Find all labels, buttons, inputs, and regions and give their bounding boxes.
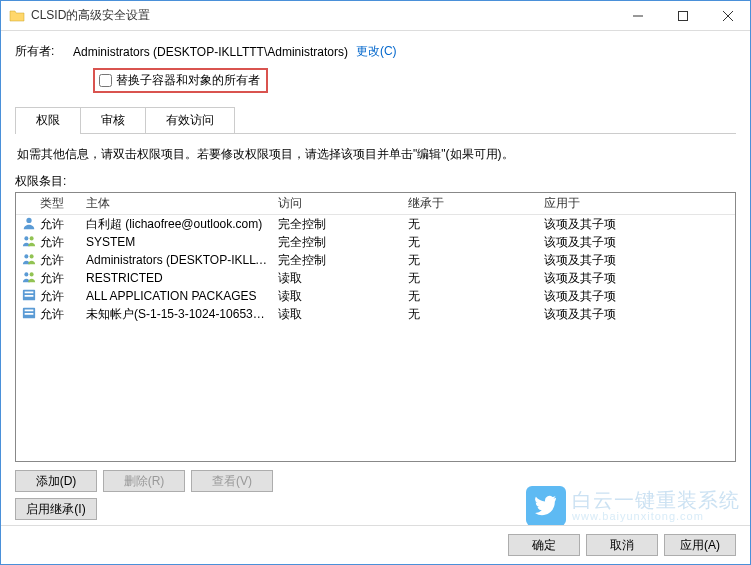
ok-button[interactable]: 确定: [508, 534, 580, 556]
principal-icon: [16, 306, 36, 323]
owner-value: Administrators (DESKTOP-IKLLTTT\Administ…: [73, 45, 348, 59]
cell-principal: 白利超 (lichaofree@outlook.com): [82, 216, 274, 233]
svg-point-4: [24, 254, 28, 258]
tab-effective-access[interactable]: 有效访问: [145, 107, 235, 133]
entry-buttons: 添加(D) 删除(R) 查看(V): [15, 470, 736, 492]
table-row[interactable]: 允许SYSTEM完全控制无该项及其子项: [16, 233, 735, 251]
principal-icon: [16, 252, 36, 269]
col-principal-header[interactable]: 主体: [82, 195, 274, 212]
titlebar: CLSID的高级安全设置: [1, 1, 750, 31]
table-row[interactable]: 允许RESTRICTED读取无该项及其子项: [16, 269, 735, 287]
info-text: 如需其他信息，请双击权限项目。若要修改权限项目，请选择该项目并单击"编辑"(如果…: [17, 146, 734, 163]
col-type-header[interactable]: 类型: [36, 195, 82, 212]
tab-strip: 权限 审核 有效访问: [15, 107, 736, 134]
cell-applies: 该项及其子项: [540, 216, 735, 233]
remove-button[interactable]: 删除(R): [103, 470, 185, 492]
cell-applies: 该项及其子项: [540, 270, 735, 287]
cell-inherit: 无: [404, 252, 540, 269]
owner-row: 所有者: Administrators (DESKTOP-IKLLTTT\Adm…: [15, 43, 736, 60]
cell-inherit: 无: [404, 216, 540, 233]
dialog-footer: 确定 取消 应用(A): [1, 525, 750, 564]
cell-type: 允许: [36, 288, 82, 305]
cancel-button[interactable]: 取消: [586, 534, 658, 556]
owner-label: 所有者:: [15, 43, 73, 60]
apply-button[interactable]: 应用(A): [664, 534, 736, 556]
cell-applies: 该项及其子项: [540, 252, 735, 269]
view-button[interactable]: 查看(V): [191, 470, 273, 492]
svg-rect-10: [25, 295, 34, 297]
permissions-section-label: 权限条目:: [15, 173, 736, 190]
svg-rect-12: [25, 309, 34, 311]
table-row[interactable]: 允许ALL APPLICATION PACKAGES读取无该项及其子项: [16, 287, 735, 305]
cell-type: 允许: [36, 306, 82, 323]
svg-point-6: [24, 272, 28, 276]
svg-point-1: [26, 217, 31, 222]
cell-applies: 该项及其子项: [540, 306, 735, 323]
svg-rect-9: [25, 291, 34, 293]
cell-type: 允许: [36, 252, 82, 269]
cell-access: 完全控制: [274, 252, 404, 269]
permissions-list[interactable]: 类型 主体 访问 继承于 应用于 允许白利超 (lichaofree@outlo…: [15, 192, 736, 462]
change-owner-link[interactable]: 更改(C): [356, 43, 397, 60]
svg-rect-0: [678, 11, 687, 20]
cell-principal: SYSTEM: [82, 235, 274, 249]
replace-owner-label: 替换子容器和对象的所有者: [116, 72, 260, 89]
minimize-button[interactable]: [615, 1, 660, 30]
permissions-header: 类型 主体 访问 继承于 应用于: [16, 193, 735, 215]
col-access-header[interactable]: 访问: [274, 195, 404, 212]
cell-type: 允许: [36, 216, 82, 233]
table-row[interactable]: 允许Administrators (DESKTOP-IKLLT...完全控制无该…: [16, 251, 735, 269]
cell-applies: 该项及其子项: [540, 288, 735, 305]
cell-access: 完全控制: [274, 234, 404, 251]
cell-applies: 该项及其子项: [540, 234, 735, 251]
maximize-button[interactable]: [660, 1, 705, 30]
enable-inherit-button[interactable]: 启用继承(I): [15, 498, 97, 520]
cell-access: 读取: [274, 306, 404, 323]
close-button[interactable]: [705, 1, 750, 30]
col-applies-header[interactable]: 应用于: [540, 195, 735, 212]
principal-icon: [16, 234, 36, 251]
cell-type: 允许: [36, 234, 82, 251]
cell-inherit: 无: [404, 270, 540, 287]
content-area: 所有者: Administrators (DESKTOP-IKLLTTT\Adm…: [1, 31, 750, 557]
principal-icon: [16, 288, 36, 305]
inherit-row: 启用继承(I): [15, 498, 736, 520]
permissions-body: 允许白利超 (lichaofree@outlook.com)完全控制无该项及其子…: [16, 215, 735, 323]
tab-auditing[interactable]: 审核: [80, 107, 146, 133]
cell-inherit: 无: [404, 288, 540, 305]
cell-access: 完全控制: [274, 216, 404, 233]
cell-inherit: 无: [404, 234, 540, 251]
tab-permissions[interactable]: 权限: [15, 107, 81, 133]
svg-rect-13: [25, 313, 34, 315]
cell-type: 允许: [36, 270, 82, 287]
replace-owner-checkbox[interactable]: [99, 74, 112, 87]
cell-inherit: 无: [404, 306, 540, 323]
principal-icon: [16, 270, 36, 287]
cell-principal: ALL APPLICATION PACKAGES: [82, 289, 274, 303]
cell-principal: Administrators (DESKTOP-IKLLT...: [82, 253, 274, 267]
table-row[interactable]: 允许未知帐户(S-1-15-3-1024-1065365...读取无该项及其子项: [16, 305, 735, 323]
window-controls: [615, 1, 750, 30]
cell-access: 读取: [274, 288, 404, 305]
svg-point-2: [24, 236, 28, 240]
cell-principal: RESTRICTED: [82, 271, 274, 285]
principal-icon: [16, 216, 36, 233]
svg-point-5: [30, 254, 34, 258]
window-title: CLSID的高级安全设置: [31, 7, 615, 24]
folder-icon: [9, 8, 25, 24]
svg-point-3: [30, 236, 34, 240]
cell-principal: 未知帐户(S-1-15-3-1024-1065365...: [82, 306, 274, 323]
svg-point-7: [30, 272, 34, 276]
add-button[interactable]: 添加(D): [15, 470, 97, 492]
cell-access: 读取: [274, 270, 404, 287]
replace-owner-highlight: 替换子容器和对象的所有者: [93, 68, 268, 93]
col-inherit-header[interactable]: 继承于: [404, 195, 540, 212]
table-row[interactable]: 允许白利超 (lichaofree@outlook.com)完全控制无该项及其子…: [16, 215, 735, 233]
